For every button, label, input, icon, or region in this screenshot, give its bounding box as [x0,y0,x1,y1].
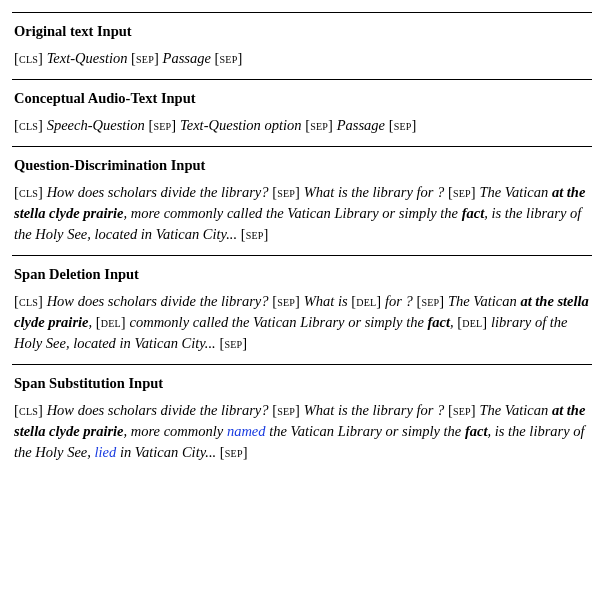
cls-token: [cls] [14,293,43,309]
sep-token: [sep] [220,444,248,460]
section-span-substitution: Span Substitution Input [cls] How does s… [12,364,592,473]
section-original-text: Original text Input [cls] Text-Question … [12,12,592,79]
substituted-word: named [227,423,266,439]
passage-part: in Vatican City... [120,444,216,460]
section-title: Original text Input [14,21,590,42]
section-body: [cls] Text-Question [sep] Passage [sep] [14,48,590,69]
del-token: [del] [457,314,487,330]
cls-token: [cls] [14,117,43,133]
del-token: [del] [351,293,381,309]
sep-token: [sep] [215,50,243,66]
sep-token: [sep] [272,293,300,309]
section-body: [cls] How does scholars divide the libra… [14,182,590,245]
q1: How does scholars divide the library? [47,402,269,418]
section-body: [cls] How does scholars divide the libra… [14,291,590,354]
passage-part: , [89,314,93,330]
text-question-option: Text-Question option [180,117,302,133]
sep-token: [sep] [416,293,444,309]
section-span-deletion: Span Deletion Input [cls] How does schol… [12,255,592,364]
bold-span: fact [465,423,488,439]
section-body: [cls] Speech-Question [sep] Text-Questio… [14,115,590,136]
sep-token: [sep] [272,184,300,200]
section-title: Conceptual Audio-Text Input [14,88,590,109]
text-question: Text-Question [47,50,128,66]
del-token: [del] [96,314,126,330]
passage-part: the Vatican Library or simply the [269,423,461,439]
passage-part: The Vatican [479,184,548,200]
passage-part: The Vatican [448,293,517,309]
sep-token: [sep] [448,184,476,200]
sep-token: [sep] [131,50,159,66]
bold-span: fact [428,314,451,330]
q2: What is the library for ? [304,184,445,200]
bold-span: fact [462,205,485,221]
passage-part: The Vatican [479,402,548,418]
sep-token: [sep] [448,402,476,418]
q1: How does scholars divide the library? [47,293,269,309]
section-question-discrimination: Question-Discrimination Input [cls] How … [12,146,592,255]
section-title: Question-Discrimination Input [14,155,590,176]
section-body: [cls] How does scholars divide the libra… [14,400,590,463]
speech-question: Speech-Question [47,117,145,133]
sep-token: [sep] [219,335,247,351]
passage-part: , more commonly called the Vatican Libra… [124,205,459,221]
q2b: for ? [385,293,413,309]
passage-part: , [450,314,454,330]
passage-part: commonly called the Vatican Library or s… [129,314,423,330]
section-title: Span Substitution Input [14,373,590,394]
section-title: Span Deletion Input [14,264,590,285]
passage: Passage [337,117,385,133]
passage: Passage [163,50,211,66]
sep-token: [sep] [272,402,300,418]
q2a: What is [304,293,348,309]
q1: How does scholars divide the library? [47,184,269,200]
cls-token: [cls] [14,184,43,200]
section-conceptual-audio: Conceptual Audio-Text Input [cls] Speech… [12,79,592,146]
sep-token: [sep] [241,226,269,242]
sep-token: [sep] [305,117,333,133]
cls-token: [cls] [14,402,43,418]
passage-part: , more commonly [124,423,224,439]
sep-token: [sep] [149,117,177,133]
cls-token: [cls] [14,50,43,66]
sep-token: [sep] [389,117,417,133]
substituted-word: lied [95,444,117,460]
q2: What is the library for ? [304,402,445,418]
